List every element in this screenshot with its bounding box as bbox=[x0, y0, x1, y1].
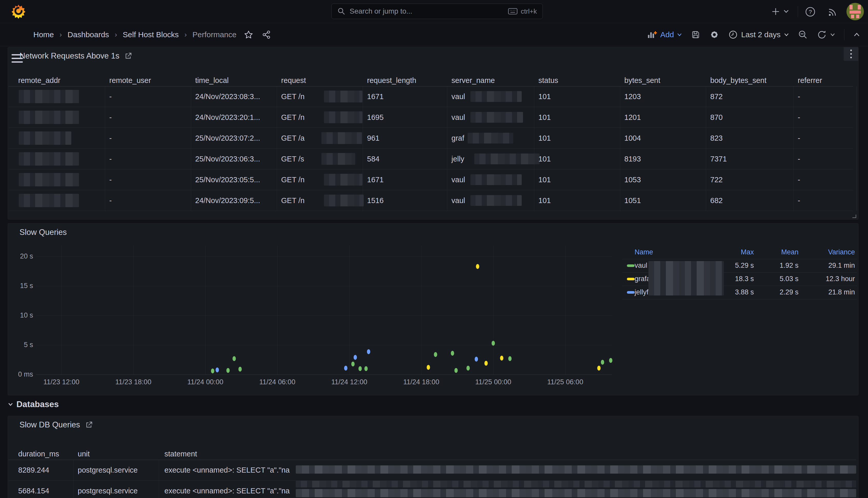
column-header-server_name[interactable]: server_name bbox=[451, 75, 495, 86]
zoom-out-time-icon[interactable] bbox=[798, 30, 808, 40]
user-avatar[interactable] bbox=[846, 3, 864, 20]
gridline bbox=[61, 245, 62, 375]
column-header-request_length[interactable]: request_length bbox=[367, 75, 416, 86]
column-header-remote_user[interactable]: remote_user bbox=[109, 75, 151, 86]
panel-title[interactable]: Network Requests Above 1s bbox=[19, 51, 119, 61]
legend-series-name[interactable]: jellyf bbox=[635, 288, 648, 296]
save-dashboard-button[interactable] bbox=[691, 30, 700, 39]
redacted-server-name bbox=[471, 112, 523, 123]
panel-slow-queries: Slow Queries 0 ms5 s10 s15 s20 s11/23 12… bbox=[8, 223, 858, 395]
column-header-duration_ms[interactable]: duration_ms bbox=[18, 448, 59, 460]
column-header-status[interactable]: status bbox=[538, 75, 558, 86]
cell-time-local: 24/Nov/2023:20:1... bbox=[195, 107, 260, 128]
favorite-star-icon[interactable] bbox=[244, 30, 253, 39]
add-button[interactable]: Add bbox=[647, 30, 681, 39]
refresh-icon[interactable] bbox=[817, 30, 826, 39]
cell-body-bytes-sent: 682 bbox=[710, 190, 722, 211]
legend-series-name[interactable]: grafa bbox=[635, 275, 650, 283]
legend-series-name[interactable]: vaul bbox=[635, 262, 647, 270]
cell-body-bytes-sent: 7371 bbox=[710, 149, 727, 169]
time-range-picker[interactable]: Last 2 days bbox=[729, 30, 789, 39]
panel-menu-kebab-icon[interactable] bbox=[844, 47, 858, 61]
share-icon[interactable] bbox=[262, 30, 271, 39]
legend-header-variance[interactable]: Variance bbox=[788, 248, 855, 256]
new-menu-chevron-down-icon[interactable] bbox=[783, 9, 789, 13]
cell-unit: postgresql.service bbox=[78, 481, 138, 498]
new-add-button[interactable] bbox=[771, 7, 780, 16]
table-row: -25/Nov/2023:07:2...GET /a961graf1011004… bbox=[9, 128, 853, 149]
cell-duration-ms: 8289.244 bbox=[18, 460, 49, 481]
dashboard-settings-icon[interactable] bbox=[709, 30, 719, 40]
table-row: -24/Nov/2023:09:5...GET /n1516vaul101105… bbox=[9, 190, 853, 211]
cell-status: 101 bbox=[538, 128, 551, 149]
data-point-vaul bbox=[232, 356, 236, 361]
refresh-interval-chevron-down-icon[interactable] bbox=[830, 33, 835, 37]
breadcrumb-separator: › bbox=[115, 30, 117, 39]
x-axis-line bbox=[36, 375, 612, 375]
table-scrollbar[interactable] bbox=[856, 86, 857, 211]
cell-remote-user: - bbox=[109, 149, 112, 169]
search-icon bbox=[337, 7, 345, 15]
column-header-body_bytes_sent[interactable]: body_bytes_sent bbox=[710, 75, 767, 86]
panel-title[interactable]: Slow DB Queries bbox=[19, 420, 80, 430]
cell-server-name: vaul bbox=[451, 86, 465, 107]
cell-status: 101 bbox=[538, 190, 551, 211]
cell-body-bytes-sent: 872 bbox=[710, 86, 722, 107]
x-tick-label: 11/24 18:00 bbox=[393, 378, 449, 386]
help-icon[interactable]: ? bbox=[805, 6, 816, 17]
breadcrumb-item-dashboards[interactable]: Dashboards bbox=[67, 30, 109, 39]
grafana-logo-icon[interactable] bbox=[11, 4, 26, 19]
cell-bytes-sent: 8193 bbox=[624, 149, 641, 169]
gridline bbox=[421, 245, 421, 375]
external-link-icon[interactable] bbox=[124, 52, 132, 60]
column-header-bytes_sent[interactable]: bytes_sent bbox=[624, 75, 660, 86]
data-point-jellyf bbox=[475, 357, 478, 362]
breadcrumb: Home›Dashboards›Self Host Blocks›Perform… bbox=[33, 23, 271, 46]
column-header-statement[interactable]: statement bbox=[164, 448, 197, 460]
cell-request-length: 1695 bbox=[367, 107, 384, 128]
gridline bbox=[277, 245, 277, 375]
redacted-statement bbox=[296, 489, 856, 497]
column-header-referrer[interactable]: referrer bbox=[798, 75, 822, 86]
cell-bytes-sent: 1053 bbox=[624, 169, 641, 190]
add-button-label: Add bbox=[660, 30, 674, 39]
data-point-grafa bbox=[500, 355, 503, 361]
cell-time-local: 25/Nov/2023:07:2... bbox=[195, 128, 260, 149]
column-header-request[interactable]: request bbox=[281, 75, 306, 86]
legend-row-divider bbox=[622, 259, 857, 259]
external-link-icon[interactable] bbox=[85, 421, 93, 429]
legend-variance-value: 12.3 hour bbox=[788, 275, 855, 283]
table-row: -24/Nov/2023:08:3...GET /n1671vaul101120… bbox=[9, 86, 853, 107]
y-tick-label: 20 s bbox=[8, 252, 33, 260]
toolbar-actions: Add bbox=[647, 23, 860, 46]
panel-network-requests: Network Requests Above 1s remote_addrrem… bbox=[8, 47, 858, 220]
legend-variance-value: 29.1 min bbox=[788, 262, 855, 270]
cell-status: 101 bbox=[538, 149, 551, 169]
gridline bbox=[565, 245, 566, 375]
gridline bbox=[205, 245, 205, 375]
column-header-unit[interactable]: unit bbox=[78, 448, 90, 460]
data-point-grafa bbox=[597, 366, 600, 370]
redacted-request bbox=[321, 132, 362, 144]
mega-menu-icon[interactable] bbox=[12, 54, 23, 63]
news-rss-icon[interactable] bbox=[827, 6, 838, 17]
breadcrumb-item-home[interactable]: Home bbox=[33, 30, 54, 39]
gridline bbox=[36, 286, 612, 286]
data-point-vaul bbox=[454, 368, 458, 373]
breadcrumb-item-self-host-blocks[interactable]: Self Host Blocks bbox=[123, 30, 178, 39]
column-header-time_local[interactable]: time_local bbox=[195, 75, 229, 86]
y-tick-label: 10 s bbox=[8, 311, 33, 319]
column-header-remote_addr[interactable]: remote_addr bbox=[18, 75, 60, 86]
search-input[interactable]: Search or jump to... ctrl+k bbox=[331, 4, 543, 19]
cell-time-local: 25/Nov/2023:06:3... bbox=[195, 149, 260, 169]
breadcrumb-item-performance[interactable]: Performance bbox=[192, 30, 236, 39]
collapse-toolbar-caret-up-icon[interactable] bbox=[854, 32, 860, 37]
panel-resize-handle[interactable] bbox=[852, 214, 856, 218]
cell-bytes-sent: 1051 bbox=[624, 190, 641, 211]
time-range-label: Last 2 days bbox=[741, 30, 781, 39]
cell-bytes-sent: 1201 bbox=[624, 107, 641, 128]
section-row-databases[interactable]: Databases bbox=[8, 399, 59, 409]
panel-title[interactable]: Slow Queries bbox=[19, 228, 67, 237]
legend-header-name[interactable]: Name bbox=[635, 248, 653, 256]
cell-server-name: vaul bbox=[451, 169, 465, 190]
